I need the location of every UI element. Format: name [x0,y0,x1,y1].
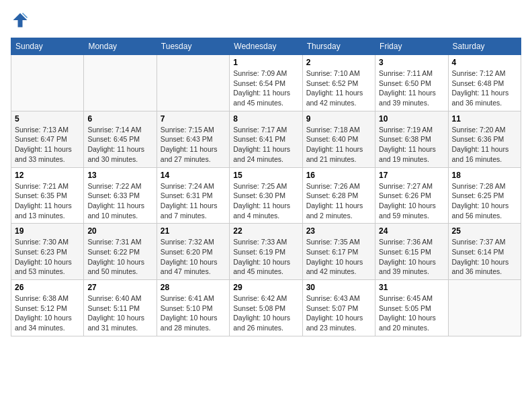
calendar-cell: 23Sunrise: 7:35 AM Sunset: 6:17 PM Dayli… [302,224,375,280]
day-number: 6 [87,114,152,124]
calendar-cell: 31Sunrise: 6:45 AM Sunset: 5:05 PM Dayli… [375,280,448,336]
weekday-header: Tuesday [157,38,229,55]
day-info: Sunrise: 7:24 AM Sunset: 6:31 PM Dayligh… [161,181,226,221]
calendar-cell: 29Sunrise: 6:42 AM Sunset: 5:08 PM Dayli… [230,280,302,336]
day-number: 30 [306,283,371,292]
calendar-week-row: 19Sunrise: 7:30 AM Sunset: 6:23 PM Dayli… [11,224,521,280]
logo [11,11,32,30]
calendar-cell: 2Sunrise: 7:10 AM Sunset: 6:52 PM Daylig… [302,55,375,111]
day-number: 16 [306,171,371,180]
day-info: Sunrise: 6:45 AM Sunset: 5:05 PM Dayligh… [379,293,444,333]
calendar-cell: 18Sunrise: 7:28 AM Sunset: 6:25 PM Dayli… [448,167,521,224]
calendar-cell [11,55,84,111]
calendar-week-row: 1Sunrise: 7:09 AM Sunset: 6:54 PM Daylig… [11,55,521,111]
weekday-header: Monday [84,38,157,55]
calendar-cell: 17Sunrise: 7:27 AM Sunset: 6:26 PM Dayli… [375,167,448,224]
day-number: 26 [15,283,80,292]
day-info: Sunrise: 6:42 AM Sunset: 5:08 PM Dayligh… [233,293,298,333]
weekday-header: Thursday [302,38,375,55]
calendar-cell: 30Sunrise: 6:43 AM Sunset: 5:07 PM Dayli… [302,280,375,336]
calendar-cell: 3Sunrise: 7:11 AM Sunset: 6:50 PM Daylig… [375,55,448,111]
calendar-week-row: 26Sunrise: 6:38 AM Sunset: 5:12 PM Dayli… [11,280,521,336]
day-number: 15 [233,171,298,180]
weekday-header: Sunday [11,38,84,55]
calendar-cell: 16Sunrise: 7:26 AM Sunset: 6:28 PM Dayli… [302,167,375,224]
day-info: Sunrise: 6:43 AM Sunset: 5:07 PM Dayligh… [306,293,371,333]
day-number: 21 [161,226,226,236]
calendar-cell [157,55,229,111]
day-number: 1 [233,58,298,67]
calendar-cell [84,55,157,111]
calendar-cell: 21Sunrise: 7:32 AM Sunset: 6:20 PM Dayli… [157,224,229,280]
day-info: Sunrise: 7:27 AM Sunset: 6:26 PM Dayligh… [379,181,444,221]
weekday-header: Saturday [448,38,521,55]
day-info: Sunrise: 7:30 AM Sunset: 6:23 PM Dayligh… [15,237,80,277]
calendar-week-row: 12Sunrise: 7:21 AM Sunset: 6:35 PM Dayli… [11,167,521,224]
calendar-cell: 8Sunrise: 7:17 AM Sunset: 6:41 PM Daylig… [230,111,302,167]
day-info: Sunrise: 7:36 AM Sunset: 6:15 PM Dayligh… [379,237,444,277]
day-info: Sunrise: 7:32 AM Sunset: 6:20 PM Dayligh… [161,237,226,277]
day-info: Sunrise: 7:15 AM Sunset: 6:43 PM Dayligh… [161,125,226,165]
day-info: Sunrise: 7:17 AM Sunset: 6:41 PM Dayligh… [233,125,298,165]
calendar-cell: 11Sunrise: 7:20 AM Sunset: 6:36 PM Dayli… [448,111,521,167]
day-number: 23 [306,226,371,236]
day-info: Sunrise: 7:11 AM Sunset: 6:50 PM Dayligh… [379,68,444,108]
day-number: 22 [233,226,298,236]
calendar-cell: 5Sunrise: 7:13 AM Sunset: 6:47 PM Daylig… [11,111,84,167]
day-number: 31 [379,283,444,292]
calendar-cell: 10Sunrise: 7:19 AM Sunset: 6:38 PM Dayli… [375,111,448,167]
day-info: Sunrise: 7:12 AM Sunset: 6:48 PM Dayligh… [452,68,517,108]
calendar-cell: 13Sunrise: 7:22 AM Sunset: 6:33 PM Dayli… [84,167,157,224]
calendar-cell: 7Sunrise: 7:15 AM Sunset: 6:43 PM Daylig… [157,111,229,167]
day-number: 7 [161,114,226,124]
calendar-cell [448,280,521,336]
page-header [11,11,521,30]
day-info: Sunrise: 7:31 AM Sunset: 6:22 PM Dayligh… [87,237,152,277]
day-info: Sunrise: 7:18 AM Sunset: 6:40 PM Dayligh… [306,125,371,165]
day-info: Sunrise: 7:19 AM Sunset: 6:38 PM Dayligh… [379,125,444,165]
calendar-cell: 27Sunrise: 6:40 AM Sunset: 5:11 PM Dayli… [84,280,157,336]
calendar-cell: 24Sunrise: 7:36 AM Sunset: 6:15 PM Dayli… [375,224,448,280]
day-info: Sunrise: 7:28 AM Sunset: 6:25 PM Dayligh… [452,181,517,221]
day-info: Sunrise: 7:09 AM Sunset: 6:54 PM Dayligh… [233,68,298,108]
day-number: 10 [379,114,444,124]
day-number: 24 [379,226,444,236]
calendar-week-row: 5Sunrise: 7:13 AM Sunset: 6:47 PM Daylig… [11,111,521,167]
day-number: 19 [15,226,80,236]
day-info: Sunrise: 6:41 AM Sunset: 5:10 PM Dayligh… [161,293,226,333]
day-number: 5 [15,114,80,124]
calendar-cell: 12Sunrise: 7:21 AM Sunset: 6:35 PM Dayli… [11,167,84,224]
calendar-cell: 1Sunrise: 7:09 AM Sunset: 6:54 PM Daylig… [230,55,302,111]
day-number: 8 [233,114,298,124]
calendar-header-row: SundayMondayTuesdayWednesdayThursdayFrid… [11,38,521,55]
day-number: 14 [161,171,226,180]
day-info: Sunrise: 7:14 AM Sunset: 6:45 PM Dayligh… [87,125,152,165]
calendar-cell: 6Sunrise: 7:14 AM Sunset: 6:45 PM Daylig… [84,111,157,167]
calendar-cell: 25Sunrise: 7:37 AM Sunset: 6:14 PM Dayli… [448,224,521,280]
calendar-cell: 15Sunrise: 7:25 AM Sunset: 6:30 PM Dayli… [230,167,302,224]
day-info: Sunrise: 7:33 AM Sunset: 6:19 PM Dayligh… [233,237,298,277]
calendar-cell: 4Sunrise: 7:12 AM Sunset: 6:48 PM Daylig… [448,55,521,111]
day-number: 25 [452,226,517,236]
calendar-cell: 26Sunrise: 6:38 AM Sunset: 5:12 PM Dayli… [11,280,84,336]
day-number: 2 [306,58,371,67]
day-info: Sunrise: 7:20 AM Sunset: 6:36 PM Dayligh… [452,125,517,165]
weekday-header: Wednesday [230,38,302,55]
calendar-cell: 14Sunrise: 7:24 AM Sunset: 6:31 PM Dayli… [157,167,229,224]
day-info: Sunrise: 6:38 AM Sunset: 5:12 PM Dayligh… [15,293,80,333]
day-number: 28 [161,283,226,292]
day-number: 17 [379,171,444,180]
day-info: Sunrise: 7:26 AM Sunset: 6:28 PM Dayligh… [306,181,371,221]
day-number: 29 [233,283,298,292]
day-info: Sunrise: 6:40 AM Sunset: 5:11 PM Dayligh… [87,293,152,333]
day-info: Sunrise: 7:25 AM Sunset: 6:30 PM Dayligh… [233,181,298,221]
day-number: 13 [87,171,152,180]
calendar-table: SundayMondayTuesdayWednesdayThursdayFrid… [11,38,521,336]
day-number: 20 [87,226,152,236]
day-number: 11 [452,114,517,124]
calendar-cell: 9Sunrise: 7:18 AM Sunset: 6:40 PM Daylig… [302,111,375,167]
calendar-cell: 19Sunrise: 7:30 AM Sunset: 6:23 PM Dayli… [11,224,84,280]
day-info: Sunrise: 7:35 AM Sunset: 6:17 PM Dayligh… [306,237,371,277]
calendar-cell: 22Sunrise: 7:33 AM Sunset: 6:19 PM Dayli… [230,224,302,280]
day-info: Sunrise: 7:13 AM Sunset: 6:47 PM Dayligh… [15,125,80,165]
